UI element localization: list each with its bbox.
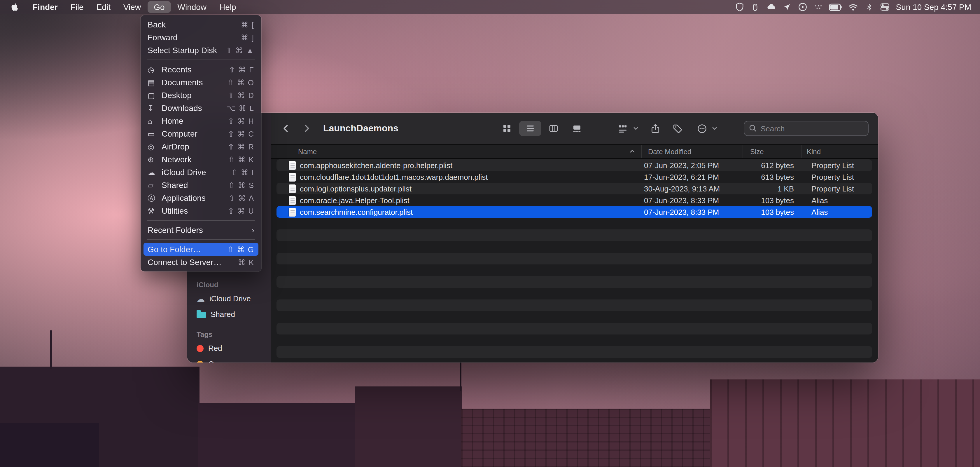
sidebar-item-shared[interactable]: Shared xyxy=(187,306,270,322)
building-silhouette xyxy=(0,422,99,467)
shield-icon[interactable] xyxy=(734,1,745,13)
list-view-button[interactable] xyxy=(519,121,541,136)
group-by-chevron-icon[interactable] xyxy=(632,121,640,136)
go-menu-item-utilities[interactable]: ⚒Utilities⇧ ⌘ U xyxy=(143,204,258,217)
network-icon: ⊕ xyxy=(148,156,162,163)
menu-separator xyxy=(147,59,255,60)
menu-item-shortcut: ⇧ ⌘ U xyxy=(228,206,255,215)
sidebar-sections: iCloud☁iCloud DriveSharedTagsRedOrange xyxy=(187,281,270,362)
menubar-status-area: Sun 10 Sep 4:57 PM xyxy=(734,1,980,13)
gallery-view-button[interactable] xyxy=(566,121,588,136)
go-menu-item-documents[interactable]: ▤Documents⇧ ⌘ O xyxy=(143,76,258,89)
file-row[interactable]: com.logi.optionsplus.updater.plist30-Aug… xyxy=(277,183,872,194)
column-header-size[interactable]: Size xyxy=(743,145,802,158)
go-menu-item-computer[interactable]: ▭Computer⇧ ⌘ C xyxy=(143,127,258,140)
control-center-icon[interactable] xyxy=(880,1,890,13)
column-header-date-modified[interactable]: Date Modified xyxy=(641,145,743,158)
file-size: 103 bytes xyxy=(743,196,802,205)
go-menu-item-network[interactable]: ⊕Network⇧ ⌘ K xyxy=(143,153,258,166)
sidebar-item-icloud-drive[interactable]: ☁iCloud Drive xyxy=(187,291,270,306)
menu-help[interactable]: Help xyxy=(213,1,243,13)
menubar-clock[interactable]: Sun 10 Sep 4:57 PM xyxy=(896,2,971,12)
empty-row xyxy=(277,230,872,241)
menu-item-shortcut: ⌘ [ xyxy=(241,20,255,29)
file-name-cell: com.cloudflare.1dot1dot1dot1.macos.warp.… xyxy=(277,172,641,181)
go-menu-item-airdrop[interactable]: ◎AirDrop⇧ ⌘ R xyxy=(143,140,258,153)
column-header-kind[interactable]: Kind xyxy=(802,145,878,158)
forward-button[interactable] xyxy=(300,121,314,136)
go-menu-item-recents[interactable]: ◷Recents⇧ ⌘ F xyxy=(143,63,258,76)
finder-toolbar: LaunchDaemons xyxy=(270,113,878,145)
cloud-icon[interactable] xyxy=(766,1,776,13)
clock-icon: ◷ xyxy=(148,66,162,73)
bluetooth-icon[interactable] xyxy=(864,1,874,13)
menu-item-label: Downloads xyxy=(162,103,202,113)
apple-menu[interactable] xyxy=(0,1,26,13)
file-date-modified: 07-Jun-2023, 8:33 PM xyxy=(641,196,743,205)
menu-view[interactable]: View xyxy=(117,1,147,13)
file-row[interactable]: com.searchmine.configurator.plist07-Jun-… xyxy=(277,206,872,218)
play-icon[interactable] xyxy=(797,1,808,13)
file-row[interactable]: com.cloudflare.1dot1dot1dot1.macos.warp.… xyxy=(277,171,872,183)
tags-button[interactable] xyxy=(669,121,686,136)
tag-dot-icon xyxy=(197,360,204,362)
utilities-icon: ⚒ xyxy=(148,207,162,215)
menu-item-label: iCloud Drive xyxy=(162,167,206,177)
location-icon[interactable] xyxy=(782,1,792,13)
icloud-icon: ☁ xyxy=(148,168,162,176)
file-name-cell: com.logi.optionsplus.updater.plist xyxy=(277,184,641,193)
share-button[interactable] xyxy=(647,121,663,136)
menu-item-label: Documents xyxy=(162,78,203,87)
go-menu-item-go-to-folder[interactable]: Go to Folder…⇧ ⌘ G xyxy=(143,243,258,256)
empty-row xyxy=(277,300,872,311)
battery-icon[interactable] xyxy=(829,1,843,13)
search-field[interactable] xyxy=(744,121,869,136)
file-name-cell: com.searchmine.configurator.plist xyxy=(277,207,641,216)
go-menu-item-forward[interactable]: Forward⌘ ] xyxy=(143,31,258,44)
go-menu-item-applications[interactable]: ⒶApplications⇧ ⌘ A xyxy=(143,191,258,204)
go-menu-item-connect-to-server[interactable]: Connect to Server…⌘ K xyxy=(143,256,258,269)
empty-row xyxy=(277,241,872,253)
menu-go[interactable]: Go xyxy=(147,1,171,13)
go-menu-item-back[interactable]: Back⌘ [ xyxy=(143,18,258,31)
menu-window[interactable]: Window xyxy=(171,1,213,13)
file-name: com.oracle.java.Helper-Tool.plist xyxy=(300,196,409,205)
sidebar-item-label: Red xyxy=(208,344,222,352)
go-menu-item-downloads[interactable]: ↧Downloads⌥ ⌘ L xyxy=(143,102,258,115)
menu-finder[interactable]: Finder xyxy=(26,1,64,13)
icon-view-button[interactable] xyxy=(496,121,518,136)
menu-item-label: Forward xyxy=(148,33,178,42)
go-menu-item-desktop[interactable]: ▢Desktop⇧ ⌘ D xyxy=(143,89,258,102)
group-by-button[interactable] xyxy=(614,121,631,136)
sidebar-item-red[interactable]: Red xyxy=(187,340,270,356)
go-menu-item-shared[interactable]: ▱Shared⇧ ⌘ S xyxy=(143,179,258,191)
sidebar-item-label: iCloud Drive xyxy=(209,294,251,303)
screen: iCloud☁iCloud DriveSharedTagsRedOrange L… xyxy=(0,0,980,467)
menu-edit[interactable]: Edit xyxy=(90,1,117,13)
file-row[interactable]: com.apphousekitchen.aldente-pro.helper.p… xyxy=(277,159,872,171)
back-button[interactable] xyxy=(279,121,293,136)
more-actions-chevron-icon[interactable] xyxy=(711,121,718,136)
sidebar-item-orange[interactable]: Orange xyxy=(187,356,270,362)
column-view-button[interactable] xyxy=(542,121,565,136)
go-menu-item-select-startup-disk[interactable]: Select Startup Disk⇧ ⌘ ▲ xyxy=(143,44,258,57)
go-menu-item-home[interactable]: ⌂Home⇧ ⌘ H xyxy=(143,115,258,127)
mouse-icon[interactable] xyxy=(750,1,760,13)
menu-item-shortcut: ⌘ ] xyxy=(241,33,255,42)
wifi-icon[interactable] xyxy=(848,1,859,13)
dots-icon[interactable] xyxy=(813,1,824,13)
downloads-icon: ↧ xyxy=(148,104,162,112)
file-row[interactable]: com.oracle.java.Helper-Tool.plist07-Jun-… xyxy=(277,194,872,206)
apple-logo-icon xyxy=(11,2,19,12)
file-date-modified: 30-Aug-2023, 9:13 AM xyxy=(641,184,743,193)
file-size: 103 bytes xyxy=(743,207,802,216)
search-input[interactable] xyxy=(744,121,869,136)
go-menu-item-recent-folders[interactable]: Recent Folders› xyxy=(143,223,258,236)
menu-file[interactable]: File xyxy=(64,1,90,13)
column-header-name[interactable]: Name xyxy=(270,145,641,158)
menu-item-shortcut: ⇧ ⌘ H xyxy=(228,116,255,125)
more-actions-button[interactable] xyxy=(694,121,710,136)
go-menu-item-icloud-drive[interactable]: ☁iCloud Drive⇧ ⌘ I xyxy=(143,166,258,179)
empty-row xyxy=(277,346,872,358)
column-label: Date Modified xyxy=(648,147,691,156)
